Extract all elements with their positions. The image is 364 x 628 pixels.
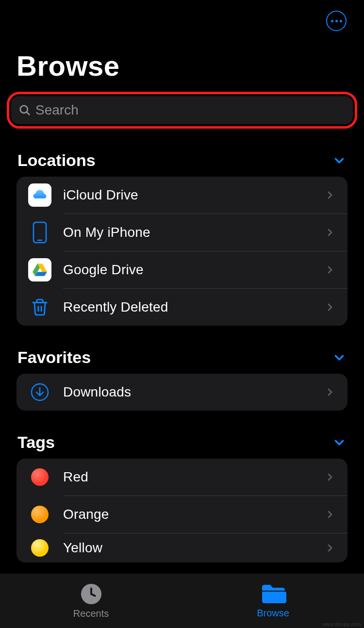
tag-orange[interactable]: Orange [17,496,347,533]
chevron-down-icon [332,350,347,365]
iphone-icon [33,221,47,244]
chevron-right-icon [324,264,336,276]
row-label: Google Drive [63,262,144,278]
location-icloud-drive[interactable]: iCloud Drive [17,177,347,214]
search-icon [18,103,32,117]
tab-label: Browse [257,608,289,619]
tag-dot-yellow [31,539,49,557]
search-highlight-annotation [7,92,357,129]
favorite-downloads[interactable]: Downloads [17,374,347,411]
favorites-header[interactable]: Favorites [17,348,347,367]
tags-title: Tags [17,433,55,452]
ellipsis-dot [335,20,338,22]
more-button[interactable] [326,11,347,31]
tag-dot-orange [31,506,49,523]
folder-icon [260,583,286,605]
tags-header[interactable]: Tags [17,433,347,452]
location-google-drive[interactable]: Google Drive [17,251,347,288]
row-label: Red [63,469,88,485]
row-label: Downloads [63,384,131,400]
tab-label: Recents [73,608,109,619]
favorites-title: Favorites [17,348,91,367]
chevron-right-icon [324,189,336,201]
watermark: www.deuaq.com [322,622,361,627]
tag-red[interactable]: Red [17,459,347,496]
location-on-my-iphone[interactable]: On My iPhone [17,214,347,251]
favorites-group: Downloads [17,374,347,411]
chevron-right-icon [324,301,336,313]
chevron-down-icon [332,153,347,168]
clock-icon [80,583,102,605]
icloud-icon [28,183,51,207]
ellipsis-dot [331,20,333,22]
chevron-right-icon [324,471,336,483]
search-input[interactable] [35,102,346,118]
google-drive-icon [28,258,51,281]
row-label: Orange [63,507,109,522]
chevron-right-icon [324,542,336,554]
page-title: Browse [0,31,364,92]
tags-group: Red Orange Yellow [17,459,347,562]
ellipsis-dot [340,20,342,22]
chevron-down-icon [332,435,347,450]
tag-yellow[interactable]: Yellow [17,533,347,562]
row-label: On My iPhone [63,225,150,240]
row-label: Recently Deleted [63,299,168,315]
locations-title: Locations [17,151,96,170]
downloads-icon [30,382,50,402]
search-bar[interactable] [11,96,353,124]
chevron-right-icon [324,386,336,398]
tag-dot-red [31,468,49,486]
tab-browse[interactable]: Browse [182,574,364,628]
location-recently-deleted[interactable]: Recently Deleted [17,289,347,326]
tab-recents[interactable]: Recents [0,574,182,628]
trash-icon [31,297,49,317]
row-label: iCloud Drive [63,187,138,203]
locations-header[interactable]: Locations [17,151,347,170]
svg-line-1 [27,112,30,115]
chevron-right-icon [324,227,336,238]
locations-group: iCloud Drive On My iPhone Google Drive [17,177,347,326]
row-label: Yellow [63,540,102,556]
chevron-right-icon [324,509,336,520]
tab-bar: Recents Browse [0,574,364,628]
